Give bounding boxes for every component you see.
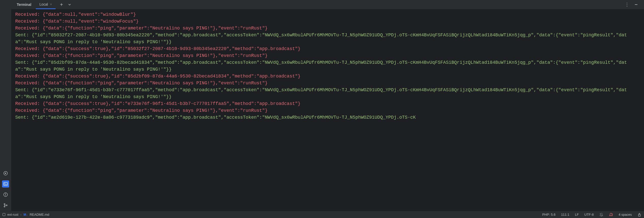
svg-point-4 bbox=[4, 206, 5, 207]
terminal-line: Received: {"data":{"function":"ping","pa… bbox=[15, 80, 640, 87]
chevron-right-icon: › bbox=[20, 213, 21, 216]
new-tab-icon[interactable]: + bbox=[59, 2, 64, 7]
terminal-tab[interactable]: Terminal bbox=[13, 0, 35, 9]
local-tab[interactable]: Local × bbox=[36, 0, 56, 9]
status-line-ending[interactable]: LF bbox=[575, 213, 579, 216]
breadcrumb[interactable]: ext-rust › M↓ README.md bbox=[3, 213, 49, 216]
terminal-line: Sent: {"id":"e733e76f-96f1-45d1-b3b7-c77… bbox=[15, 87, 640, 100]
svg-point-3 bbox=[4, 204, 5, 205]
svg-rect-6 bbox=[638, 214, 640, 216]
project-icon bbox=[3, 213, 5, 216]
status-php[interactable]: PHP: 5.6 bbox=[542, 213, 555, 216]
status-bar: ext-rust › M↓ README.md PHP: 5.6 111:1 L… bbox=[0, 211, 644, 218]
status-lock-icon[interactable] bbox=[637, 213, 641, 217]
terminal-line: Sent: {"id":"85032f27-2087-4b10-9d93-80b… bbox=[15, 32, 640, 45]
status-indent[interactable]: 4 spaces bbox=[619, 213, 632, 216]
services-icon[interactable] bbox=[2, 170, 9, 177]
terminal-line: Received: {"data":{"success":true},"id":… bbox=[15, 100, 640, 107]
terminal-line: Received: {"data":{"success":true},"id":… bbox=[15, 45, 640, 52]
minimize-icon[interactable] bbox=[634, 2, 638, 7]
chevron-down-icon[interactable] bbox=[67, 2, 72, 7]
breadcrumb-project: ext-rust bbox=[7, 213, 18, 216]
problems-icon[interactable] bbox=[2, 191, 9, 198]
close-icon[interactable]: × bbox=[50, 2, 52, 6]
svg-rect-1 bbox=[4, 182, 8, 185]
status-inspection-icon[interactable] bbox=[609, 213, 613, 217]
more-options-icon[interactable]: ⋮ bbox=[625, 2, 629, 7]
version-control-icon[interactable] bbox=[2, 202, 9, 209]
terminal-line: Received: {"data":null,"event":"windowBl… bbox=[15, 11, 640, 18]
terminal-line: Sent: {"id":"85d2bf09-87da-44a6-9530-82b… bbox=[15, 59, 640, 73]
status-notifications-icon[interactable] bbox=[599, 213, 603, 217]
breadcrumb-file: README.md bbox=[30, 213, 49, 216]
terminal-tab-bar: Terminal Local × + ⋮ bbox=[11, 0, 644, 9]
tab-label: Terminal bbox=[17, 3, 31, 7]
status-encoding[interactable]: UTF-8 bbox=[584, 213, 594, 216]
terminal-icon[interactable] bbox=[2, 180, 9, 188]
status-cursor-position[interactable]: 111:1 bbox=[561, 213, 569, 216]
tool-window-sidebar bbox=[0, 0, 11, 211]
terminal-line: Received: {"data":{"success":true},"id":… bbox=[15, 73, 640, 80]
terminal-line: Sent: {"id":"ae2d619e-127b-422e-8a06-c97… bbox=[15, 114, 640, 121]
markdown-icon: M↓ bbox=[24, 213, 28, 216]
terminal-line: Received: {"data":{"function":"ping","pa… bbox=[15, 52, 640, 59]
tab-label: Local bbox=[39, 2, 48, 6]
terminal-line: Received: {"data":null,"event":"windowFo… bbox=[15, 18, 640, 25]
terminal-line: Received: {"data":{"function":"ping","pa… bbox=[15, 107, 640, 114]
terminal-line: Received: {"data":{"function":"ping","pa… bbox=[15, 25, 640, 32]
terminal-output[interactable]: Received: {"data":null,"event":"windowBl… bbox=[11, 9, 644, 211]
svg-point-5 bbox=[6, 205, 7, 206]
